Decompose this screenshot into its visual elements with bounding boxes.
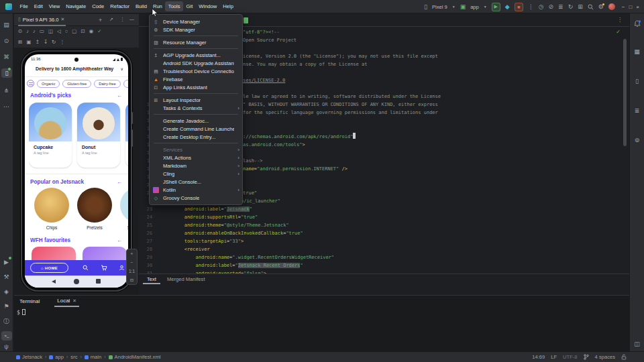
nav-home-button[interactable]: ⌂ HOME [30,263,68,273]
app-insights-icon[interactable]: ⊘ [549,4,554,10]
breadcrumb-jetsnack[interactable]: Jetsnack [16,354,42,360]
tools-menu-item-sdk-manager[interactable]: ⚙SDK Manager [150,25,242,34]
delivery-address-row[interactable]: Delivery to 1600 Amphitheater Way ∨ [25,64,128,75]
tools-menu-item-agp-upgrade-assistant[interactable]: ↥AGP Upgrade Assistant... [150,51,242,59]
run-config-selector[interactable]: app [470,4,479,10]
android-overview-icon[interactable]: ▢ [72,29,76,34]
minimize-button[interactable]: − [620,4,627,10]
problems-tool-icon[interactable]: ⓘ [0,316,13,326]
debug-button[interactable]: ◆ [505,4,510,10]
tools-menu-item-xml-actions[interactable]: XML Actions› [150,154,242,162]
search-icon[interactable] [588,4,594,10]
close-button[interactable]: × [634,4,641,10]
build-tool-icon[interactable]: ⚒ [0,272,13,282]
editor-options-icon[interactable]: ⋮ [617,17,623,23]
phone-screen[interactable]: 11:36 Delivery to 1600 Amphitheater Way … [25,54,128,288]
profiler-tool-icon[interactable]: ◈ [0,287,13,296]
more-actions-icon[interactable]: ⋮ [528,4,534,10]
tools-menu-item-cling[interactable]: Cling› [150,170,242,178]
screen-record-icon[interactable]: ◉ [89,29,94,34]
editor-scrollbar[interactable] [623,39,627,146]
phone-emulator[interactable]: 11:36 Delivery to 1600 Amphitheater Way … [21,50,132,292]
project-tool-icon[interactable]: ▤ [0,20,13,29]
tools-menu-item-resource-manager[interactable]: ▨Resource Manager [150,38,242,46]
layout-tool-icon[interactable]: ◫ [630,339,644,349]
status-branch-icon[interactable] [584,354,589,360]
android-home-icon[interactable] [74,279,79,284]
fold-icon[interactable]: ▭ [40,29,44,34]
tools-menu-item-app-links-assistant[interactable]: ⊡App Links Assistant [150,83,242,91]
status-14-69[interactable]: 14:69 [532,354,545,360]
terminal-tool-icon[interactable]: >_ [1,331,12,341]
profiler-icon[interactable]: ◷ [539,4,544,10]
snack-card[interactable] [125,103,128,168]
logcat-tool-icon[interactable]: ≣ [630,106,644,115]
terminal-body[interactable]: $ [17,309,25,316]
maximize-button[interactable]: □ [627,4,634,10]
add-device-tab-button[interactable]: + [99,17,102,23]
open-in-window-icon[interactable]: ↗ [109,17,113,22]
more-tool-windows-icon[interactable]: ⋯ [0,102,13,111]
gradle-tool-icon[interactable]: ▦ [630,47,644,56]
snack-card-cupcake[interactable]: CupcakeA tag line [29,103,72,168]
more-emulator-actions-icon[interactable]: ⋮ [60,40,65,45]
tab-text[interactable]: Text [143,274,160,284]
menubar-item-tools[interactable]: Tools [165,1,183,11]
version-control-tool-icon[interactable]: ψ [0,342,13,351]
status-lf[interactable]: LF [551,354,557,360]
menubar-item-build[interactable]: Build [133,1,150,11]
zoom-out-button[interactable]: − [127,258,137,267]
avatar[interactable] [608,3,615,10]
push-file-icon[interactable]: ↥ [35,40,39,45]
zoom-fit-button[interactable]: ⊡ [127,276,137,284]
arrow-icon[interactable]: ← [117,93,122,99]
power-button-icon[interactable]: ⊙ [18,29,22,34]
status-unlock-icon[interactable] [621,354,627,360]
tools-menu-item-create-desktop-entry[interactable]: Create Desktop Entry... [150,133,242,141]
device-manager-icon[interactable]: ⊞ [578,4,583,10]
popular-item-chips[interactable]: Chips [34,188,69,232]
tools-menu-item-services[interactable]: Services› [150,145,242,154]
menubar-item-window[interactable]: Window [196,1,220,11]
arrow-icon[interactable]: ← [117,179,122,185]
bookmarks-tool-icon[interactable]: ⚑ [0,302,13,311]
run-button[interactable]: ▶ [492,3,500,11]
android-back-icon[interactable]: ◁ [57,29,61,34]
tab-merged-manifest[interactable]: Merged Manifest [163,274,209,284]
menubar-item-refactor[interactable]: Refactor [107,1,133,11]
status-utf-8[interactable]: UTF-8 [563,354,578,360]
breadcrumb-main[interactable]: main [85,354,101,360]
nav-cart-icon[interactable] [100,263,108,272]
tools-menu-item-layout-inspector[interactable]: ⊞Layout Inspector [150,96,242,104]
filter-chip-gluten-free[interactable]: Gluten-free [62,80,91,88]
breadcrumb-androidmanifest-xml[interactable]: AndroidManifest.xml [109,354,161,360]
restart-icon[interactable]: ↻ [52,40,56,45]
structure-tool-icon[interactable]: ⌘ [0,52,13,62]
inspections-ok-icon[interactable]: ✓ [616,29,621,35]
device-explorer-tool-icon[interactable]: ▯ [630,76,644,86]
tools-menu-item-android-sdk-upgrade-assistant[interactable]: Android SDK Upgrade Assistant [150,59,242,67]
nav-profile-icon[interactable] [117,263,125,272]
screenshot-icon[interactable]: ⊡ [80,29,85,34]
device-ready-icon[interactable]: ✓ [97,29,101,34]
menubar-item-help[interactable]: Help [220,1,237,11]
hide-panel-icon[interactable]: — [129,17,134,21]
device-selector[interactable]: Pixel 9 [432,4,447,10]
popular-item-pretzels[interactable]: Pretzels [77,188,112,232]
settings-gear-icon[interactable]: ⚙ [598,4,604,10]
volume-down-icon[interactable]: ♪ [33,29,36,34]
pull-requests-tool-icon[interactable]: ⋔ [0,86,13,95]
filter-chip-organic[interactable]: Organic [37,80,60,88]
tools-menu-item-generate-javadoc[interactable]: Generate Javadoc... [150,117,242,125]
volume-up-icon[interactable]: ♪ [26,29,29,34]
zoom-in-button[interactable]: + [127,249,137,258]
commit-tool-icon[interactable]: ⊙ [0,36,13,46]
panel-options-icon[interactable]: ⋮ [120,17,125,22]
running-devices-tool-icon[interactable]: ▯ [1,68,12,78]
android-home-icon[interactable]: ○ [65,29,68,34]
close-tab-icon[interactable]: ✕ [72,298,76,304]
nav-search-icon[interactable] [81,263,89,272]
status-4-spaces[interactable]: 4 spaces [595,354,615,360]
menubar-item-code[interactable]: Code [89,1,107,11]
tools-menu-item-kotlin[interactable]: Kotlin› [150,186,242,194]
